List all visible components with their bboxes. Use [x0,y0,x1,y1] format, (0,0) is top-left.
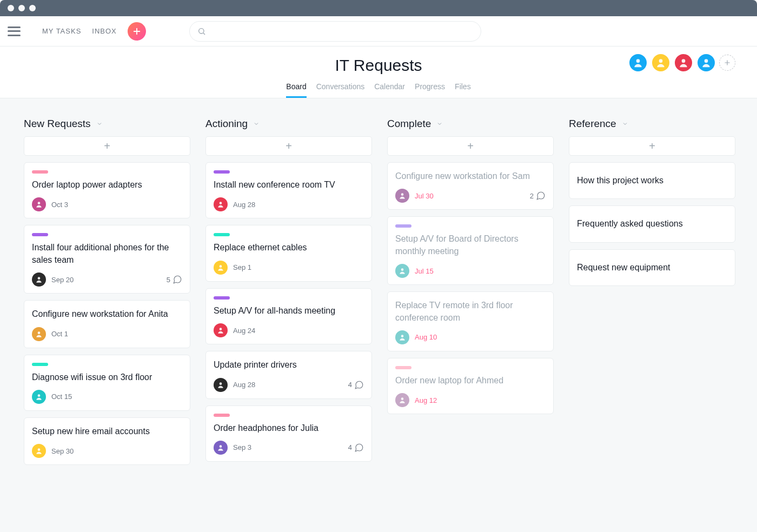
member-avatar[interactable] [651,53,670,72]
menu-icon[interactable] [8,26,21,36]
task-title: Replace ethernet cables [214,242,364,254]
tab-board[interactable]: Board [286,82,306,98]
add-card-button[interactable]: + [205,136,372,156]
assignee-avatar[interactable] [214,441,228,455]
window-dot [8,5,14,11]
tag-pill [32,363,48,366]
column-title: Actioning [205,118,248,130]
svg-point-4 [636,59,640,63]
comment-count[interactable]: 5 [167,275,182,284]
column: New Requests+Order laptop power adapters… [24,118,190,471]
task-meta: Aug 10 [395,330,546,344]
task-title: Replace TV remote in 3rd floor conferenc… [395,300,546,324]
column-header[interactable]: Reference [569,118,735,130]
task-meta: Oct 3 [32,197,182,211]
due-date: Aug 10 [415,333,437,341]
svg-point-13 [38,394,41,397]
due-date: Aug 28 [233,201,255,209]
task-card[interactable]: Setup new hire email accountsSep 30 [24,417,190,465]
svg-point-22 [401,335,404,337]
task-card[interactable]: Replace TV remote in 3rd floor conferenc… [387,291,554,351]
add-member-button[interactable] [719,55,735,71]
column-header[interactable]: Actioning [205,118,372,130]
task-card[interactable]: Configure new workstation for SamJul 302 [387,162,554,210]
task-meta: Sep 1 [214,261,364,275]
task-card[interactable]: Install new conference room TVAug 28 [205,162,372,218]
task-meta: Sep 30 [32,444,182,458]
add-card-button[interactable]: + [569,136,735,156]
svg-point-5 [659,59,663,63]
assignee-avatar[interactable] [32,327,46,341]
nav-inbox[interactable]: INBOX [92,27,116,35]
svg-point-20 [401,194,404,196]
task-card[interactable]: Order new laptop for AhmedAug 12 [387,358,554,414]
due-date: Jul 15 [415,267,434,275]
task-card[interactable]: Update printer driversAug 284 [205,351,372,398]
nav-my-tasks[interactable]: MY TASKS [42,27,81,35]
task-title: Configure new workstation for Anita [32,308,182,320]
tag-pill [32,170,48,174]
comment-count[interactable]: 4 [348,380,364,390]
add-card-button[interactable]: + [387,136,554,156]
task-card[interactable]: Order laptop power adaptersOct 3 [24,162,190,218]
task-card[interactable]: Diagnose wifi issue on 3rd floorOct 15 [24,355,190,411]
task-card[interactable]: Setup A/V for Board of Directors monthly… [387,216,554,285]
task-card[interactable]: Request new equipment [569,249,735,286]
assignee-avatar[interactable] [32,197,46,211]
task-card[interactable]: Configure new workstation for AnitaOct 1 [24,300,190,348]
task-meta: Aug 28 [214,197,364,211]
task-card[interactable]: Setup A/V for all-hands meetingAug 24 [205,288,372,344]
assignee-avatar[interactable] [395,330,409,344]
assignee-avatar[interactable] [214,378,228,392]
column: Actioning+Install new conference room TV… [205,118,372,468]
assignee-avatar[interactable] [214,197,228,211]
due-date: Oct 3 [51,201,68,209]
assignee-avatar[interactable] [32,272,46,287]
svg-point-14 [38,449,41,451]
search-input[interactable] [189,21,481,42]
task-title: Install four additional phones for the s… [32,242,182,266]
svg-point-18 [220,382,222,385]
svg-point-17 [220,328,222,331]
column-title: Complete [387,118,431,130]
task-card[interactable]: Install four additional phones for the s… [24,225,190,294]
tab-calendar[interactable]: Calendar [374,82,405,98]
member-avatar[interactable] [696,53,716,72]
task-meta: Oct 15 [32,390,182,404]
add-button[interactable] [128,22,146,41]
comment-count[interactable]: 2 [530,191,546,201]
assignee-avatar[interactable] [395,189,409,203]
tag-pill [395,366,411,369]
task-card[interactable]: Replace ethernet cablesSep 1 [205,225,372,281]
due-date: Oct 1 [51,330,68,338]
task-card[interactable]: Frequently asked questions [569,205,735,242]
task-meta: Aug 284 [214,378,364,392]
task-title: How this project works [577,175,727,187]
add-card-button[interactable]: + [24,136,190,156]
assignee-avatar[interactable] [214,323,228,337]
chevron-down-icon [622,118,628,130]
assignee-avatar[interactable] [395,393,409,407]
tab-progress[interactable]: Progress [415,82,445,98]
svg-point-16 [220,265,222,268]
member-avatar[interactable] [674,53,693,72]
task-title: Diagnose wifi issue on 3rd floor [32,371,182,383]
assignee-avatar[interactable] [395,264,409,278]
task-meta: Aug 12 [395,393,546,407]
tab-conversations[interactable]: Conversations [316,82,365,98]
due-date: Sep 30 [51,447,74,455]
comment-count[interactable]: 4 [348,443,364,453]
assignee-avatar[interactable] [32,444,46,458]
column-header[interactable]: New Requests [24,118,190,130]
member-avatar[interactable] [628,53,648,72]
tab-files[interactable]: Files [455,82,471,98]
task-meta: Jul 302 [395,189,546,203]
task-card[interactable]: How this project works [569,162,735,199]
chevron-down-icon [253,118,260,130]
board: New Requests+Order laptop power adapters… [0,98,757,491]
task-card[interactable]: Order headphones for JuliaSep 34 [205,405,372,462]
assignee-avatar[interactable] [32,390,46,404]
column-header[interactable]: Complete [387,118,554,130]
task-meta: Aug 24 [214,323,364,337]
assignee-avatar[interactable] [214,261,228,275]
